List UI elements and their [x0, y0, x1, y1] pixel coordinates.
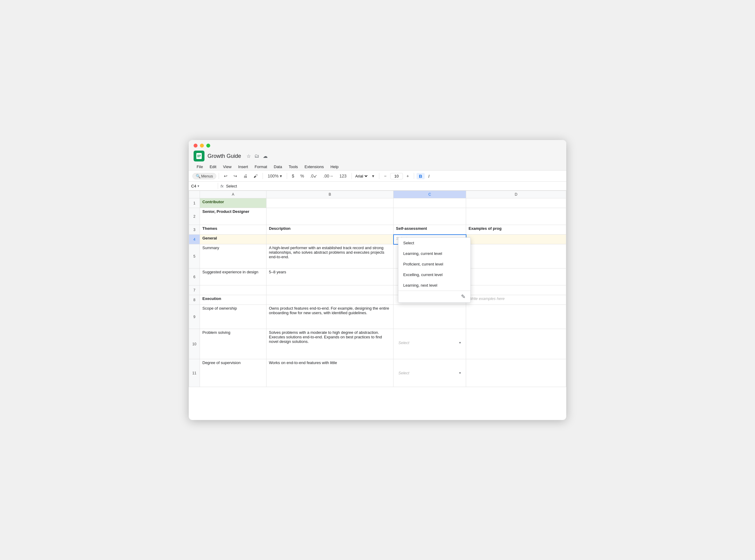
- grid: A B C D 1 Contributor 2 Senio: [189, 191, 566, 387]
- dropdown-item-2[interactable]: Proficient, current level: [398, 259, 470, 269]
- cell-a9[interactable]: Scope of ownership: [200, 305, 266, 329]
- cell-d10[interactable]: [466, 329, 566, 359]
- cell-a8[interactable]: Execution: [200, 295, 266, 305]
- cell-reference: C4 ▾: [191, 184, 215, 188]
- cell-d7[interactable]: [466, 285, 566, 295]
- cell-c11[interactable]: Select ▾: [394, 359, 466, 387]
- print-button[interactable]: 🖨: [241, 172, 250, 180]
- cell-b7[interactable]: [266, 285, 394, 295]
- table-row: 10 Problem solving Solves problems with …: [189, 329, 566, 359]
- minimize-button[interactable]: [200, 144, 204, 147]
- spreadsheet[interactable]: A B C D 1 Contributor 2 Senio: [189, 191, 566, 420]
- cell-d6[interactable]: [466, 268, 566, 285]
- font-size-decrease-button[interactable]: −: [382, 172, 389, 180]
- col-header-a[interactable]: A: [200, 191, 266, 198]
- format-number-button[interactable]: 123: [337, 172, 349, 180]
- cell-b10[interactable]: Solves problems with a moderate to high …: [266, 329, 394, 359]
- cell-c1[interactable]: [394, 198, 466, 208]
- col-header-d[interactable]: D: [466, 191, 566, 198]
- menu-extensions[interactable]: Extensions: [302, 163, 327, 170]
- percent-button[interactable]: %: [298, 172, 306, 180]
- menu-insert[interactable]: Insert: [235, 163, 251, 170]
- cell-b1[interactable]: [266, 198, 394, 208]
- cell-b2[interactable]: [266, 208, 394, 225]
- app-icon: [194, 151, 204, 161]
- cell-d5[interactable]: [466, 244, 566, 268]
- menu-view[interactable]: View: [220, 163, 234, 170]
- table-row: 9 Scope of ownership Owns product featur…: [189, 305, 566, 329]
- paint-format-button[interactable]: 🖌: [251, 172, 260, 180]
- folder-icon[interactable]: 🗂: [254, 153, 259, 159]
- cell-d8[interactable]: Write examples here: [466, 295, 566, 305]
- cell-b11[interactable]: Works on end-to-end features with little: [266, 359, 394, 387]
- menu-edit[interactable]: Edit: [206, 163, 219, 170]
- col-header-c[interactable]: C: [394, 191, 466, 198]
- cell-d3[interactable]: Examples of prog: [466, 225, 566, 235]
- menu-tools[interactable]: Tools: [285, 163, 301, 170]
- cell-c2[interactable]: [394, 208, 466, 225]
- cell-a5[interactable]: Summary: [200, 244, 266, 268]
- cell-b3[interactable]: Description: [266, 225, 394, 235]
- dropdown-item-1[interactable]: Learning, current level: [398, 248, 470, 259]
- cell-a2[interactable]: Senior, Product Designer: [200, 208, 266, 225]
- redo-button[interactable]: ↪: [231, 172, 240, 180]
- formula-divider: [218, 183, 218, 189]
- cell-c9[interactable]: [394, 305, 466, 329]
- undo-button[interactable]: ↩: [221, 172, 230, 180]
- cell-d4[interactable]: [466, 235, 566, 244]
- cell-b4[interactable]: [266, 235, 394, 244]
- corner-header: [189, 191, 200, 198]
- menu-data[interactable]: Data: [271, 163, 285, 170]
- increase-decimal-button[interactable]: .00→: [321, 172, 336, 180]
- formula-value: Select: [226, 184, 237, 188]
- cell-b9[interactable]: Owns product features end-to-end. For ex…: [266, 305, 394, 329]
- font-size-increase-button[interactable]: +: [404, 172, 411, 180]
- currency-button[interactable]: $: [290, 172, 297, 180]
- font-select[interactable]: Arial: [354, 174, 369, 179]
- cell-b5[interactable]: A high-level performer with an establish…: [266, 244, 394, 268]
- menus-button[interactable]: 🔍 Menus: [192, 173, 216, 179]
- italic-button[interactable]: I: [426, 173, 432, 179]
- title-icons: ☆ 🗂 ☁: [246, 153, 268, 159]
- table-row: 4 General Select: [189, 235, 566, 244]
- dropdown-item-3[interactable]: Excelling, current level: [398, 269, 470, 280]
- cell-a4[interactable]: General: [200, 235, 266, 244]
- cell-a11[interactable]: Degree of supervision: [200, 359, 266, 387]
- star-icon[interactable]: ☆: [246, 153, 251, 159]
- table-row: 6 Suggested experience in design 5–8 yea…: [189, 268, 566, 285]
- cloud-icon[interactable]: ☁: [263, 153, 268, 159]
- select-dropdown-c10[interactable]: Select ▾: [396, 339, 463, 346]
- cell-a7[interactable]: [200, 285, 266, 295]
- cell-b6[interactable]: 5–8 years: [266, 268, 394, 285]
- cell-a1[interactable]: Contributor: [200, 198, 266, 208]
- cell-c3[interactable]: Self-assessment: [394, 225, 466, 235]
- dropdown-item-4[interactable]: Learning, next level: [398, 280, 470, 291]
- menu-format[interactable]: Format: [252, 163, 270, 170]
- cell-a3[interactable]: Themes: [200, 225, 266, 235]
- select-placeholder-c11: Select: [398, 371, 409, 375]
- select-dropdown-c11[interactable]: Select ▾: [396, 369, 463, 377]
- edit-icon[interactable]: ✎: [461, 293, 465, 300]
- cell-d1[interactable]: [466, 198, 566, 208]
- menu-file[interactable]: File: [194, 163, 206, 170]
- cell-c10[interactable]: Select ▾: [394, 329, 466, 359]
- cell-a6[interactable]: Suggested experience in design: [200, 268, 266, 285]
- zoom-button[interactable]: 100% ▾: [265, 172, 284, 180]
- cell-d2[interactable]: [466, 208, 566, 225]
- cell-b8[interactable]: [266, 295, 394, 305]
- dropdown-item-0[interactable]: Select: [398, 238, 470, 248]
- dropdown-footer: ✎: [398, 291, 470, 302]
- dropdown-popup[interactable]: Select Learning, current level Proficien…: [398, 237, 471, 303]
- bold-button[interactable]: B: [417, 173, 425, 179]
- maximize-button[interactable]: [206, 144, 210, 147]
- menu-help[interactable]: Help: [327, 163, 341, 170]
- cell-ref-value: C4: [191, 184, 196, 188]
- close-button[interactable]: [194, 144, 198, 147]
- col-header-b[interactable]: B: [266, 191, 394, 198]
- cell-d11[interactable]: [466, 359, 566, 387]
- font-dropdown-button[interactable]: ▾: [370, 172, 377, 180]
- table-row: 3 Themes Description Self-assessment Exa…: [189, 225, 566, 235]
- decrease-decimal-button[interactable]: .0↙: [307, 172, 320, 180]
- cell-d9[interactable]: [466, 305, 566, 329]
- cell-a10[interactable]: Problem solving: [200, 329, 266, 359]
